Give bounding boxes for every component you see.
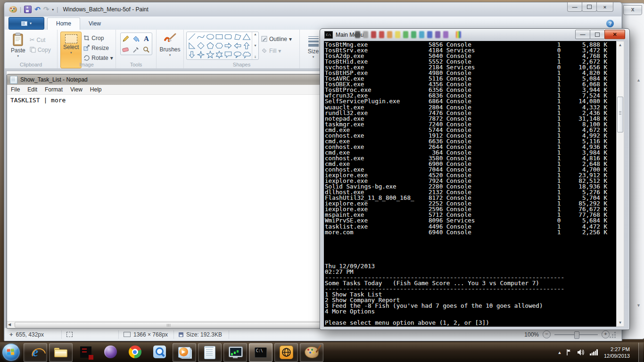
help-icon[interactable]: ? bbox=[606, 20, 614, 27]
shape-pentagon-icon[interactable] bbox=[206, 41, 215, 50]
size-icon bbox=[308, 36, 319, 47]
scroll-down-icon[interactable]: ▼ bbox=[636, 303, 641, 308]
globe-app-icon bbox=[280, 346, 293, 359]
scrollbar-thumb[interactable] bbox=[617, 97, 623, 132]
color-picker-icon[interactable] bbox=[132, 46, 140, 53]
taskbar-button-globe-app[interactable] bbox=[274, 343, 298, 362]
scroll-left-icon[interactable]: ◀ bbox=[8, 322, 11, 327]
notepad-window: Show_Task_List - Notepad FileEditFormatV… bbox=[7, 74, 323, 329]
shape-triangle-icon[interactable] bbox=[242, 33, 251, 41]
taskbar-button-dev-app[interactable] bbox=[74, 343, 97, 361]
notepad-app-icon bbox=[10, 76, 17, 84]
fill-bucket-icon[interactable] bbox=[132, 35, 140, 42]
scroll-up-icon[interactable]: ▲ bbox=[617, 41, 624, 49]
fill-icon bbox=[261, 48, 267, 54]
shape-star-6-icon[interactable] bbox=[215, 50, 223, 59]
taskbar-button-internet-explorer[interactable]: e bbox=[24, 343, 47, 362]
minimize-button[interactable]: — bbox=[575, 30, 590, 39]
menu-format[interactable]: Format bbox=[41, 86, 66, 93]
taskbar: e▶C:\ ▲ 2:27 PM 12/09/2013 bbox=[0, 342, 644, 362]
volume-icon[interactable] bbox=[577, 349, 586, 356]
shape-polygon-icon[interactable] bbox=[233, 33, 242, 41]
pencil-icon[interactable] bbox=[122, 35, 129, 42]
save-icon[interactable] bbox=[24, 6, 32, 13]
shape-rectangle-icon[interactable] bbox=[215, 33, 223, 41]
notepad-content[interactable]: TASKLIST | more bbox=[7, 95, 323, 321]
search-icon bbox=[153, 346, 166, 358]
paint-menu-button[interactable]: ▾ bbox=[8, 17, 44, 30]
zoom-slider-thumb[interactable] bbox=[574, 331, 579, 339]
taskbar-button-chrome[interactable] bbox=[124, 343, 146, 361]
magnifier-icon[interactable] bbox=[143, 46, 150, 53]
tab-view[interactable]: View bbox=[80, 18, 109, 30]
notepad-titlebar[interactable]: Show_Task_List - Notepad bbox=[7, 74, 323, 85]
paint-caption-buttons: — × bbox=[568, 2, 613, 12]
scroll-down-icon[interactable]: ▼ bbox=[617, 319, 624, 326]
scrollbar-thumb[interactable] bbox=[15, 322, 322, 328]
shape-callout-cloud-icon[interactable] bbox=[242, 50, 251, 59]
taskbar-button-media-player[interactable]: ▶ bbox=[173, 343, 196, 362]
taskbar-clock[interactable]: 2:27 PM 12/09/2013 bbox=[604, 346, 630, 359]
zoom-out-button[interactable]: − bbox=[543, 330, 551, 338]
resize-button[interactable]: Resize bbox=[83, 43, 113, 52]
size-button[interactable]: Size▾ bbox=[305, 33, 321, 60]
shape-ellipse-icon[interactable] bbox=[206, 33, 215, 41]
taskbar-button-eclipse[interactable] bbox=[99, 343, 122, 361]
undo-icon[interactable]: ↶ bbox=[34, 7, 41, 12]
shape-hexagon-icon[interactable] bbox=[215, 41, 223, 50]
rotate-button[interactable]: Rotate▾ bbox=[83, 53, 113, 62]
ribbon-group-brushes: Brushes▾ bbox=[157, 30, 184, 68]
tab-home[interactable]: Home bbox=[47, 17, 80, 30]
taskbar-button-command-prompt[interactable]: C:\ bbox=[249, 343, 272, 362]
action-center-flag-icon[interactable] bbox=[566, 349, 573, 356]
crop-button[interactable]: Crop bbox=[83, 33, 113, 42]
shapes-scrollbar[interactable]: ▲▼⇓ bbox=[252, 32, 258, 59]
show-desktop-button[interactable] bbox=[638, 343, 643, 362]
shape-star-5-icon[interactable] bbox=[206, 50, 215, 59]
shape-rounded-rectangle-icon[interactable] bbox=[224, 33, 232, 41]
taskbar-button-notepad[interactable] bbox=[198, 343, 222, 362]
zoom-in-button[interactable]: + bbox=[602, 330, 610, 338]
zoom-slider[interactable] bbox=[554, 334, 598, 335]
console-screen[interactable]: TosBtMng.exe 5856 Console 1 5,888 K TosB… bbox=[324, 41, 616, 327]
shape-star-4-icon[interactable] bbox=[197, 50, 205, 59]
shape-line-icon[interactable] bbox=[188, 33, 196, 41]
shape-arrow-up-icon[interactable] bbox=[242, 41, 251, 50]
maximize-button[interactable] bbox=[590, 30, 605, 39]
shape-arrow-right-icon[interactable] bbox=[224, 41, 232, 50]
text-tool-icon[interactable]: A bbox=[144, 35, 149, 43]
menu-view[interactable]: View bbox=[66, 86, 86, 93]
shape-right-triangle-icon[interactable] bbox=[188, 41, 196, 50]
maximize-button[interactable] bbox=[582, 2, 597, 12]
menu-file[interactable]: File bbox=[7, 86, 24, 93]
shape-callout-oval-icon[interactable] bbox=[233, 50, 242, 59]
console-titlebar[interactable]: C:\ Main Menu — ✕ bbox=[320, 29, 629, 41]
console-scrollbar[interactable]: ▲ ▼ bbox=[616, 41, 624, 327]
taskbar-button-task-manager[interactable] bbox=[223, 343, 247, 362]
console-caption-buttons: — ✕ bbox=[576, 30, 625, 39]
close-icon[interactable]: x bbox=[623, 5, 642, 15]
close-button[interactable]: ✕ bbox=[604, 30, 625, 39]
eraser-icon[interactable] bbox=[122, 47, 129, 52]
brushes-button[interactable]: Brushes▾ bbox=[157, 32, 182, 58]
taskbar-button-paint[interactable] bbox=[300, 343, 323, 362]
start-button[interactable] bbox=[2, 344, 20, 361]
show-hidden-icons[interactable]: ▲ bbox=[558, 350, 562, 355]
shape-arrow-down-icon[interactable] bbox=[188, 50, 196, 59]
shape-arrow-left-icon[interactable] bbox=[233, 41, 242, 50]
resize-grip[interactable] bbox=[614, 332, 616, 333]
shape-curve-icon[interactable] bbox=[197, 33, 205, 41]
taskbar-button-windows-explorer[interactable] bbox=[49, 343, 73, 362]
scroll-up-icon[interactable]: ▲ bbox=[636, 78, 641, 82]
close-button[interactable]: × bbox=[596, 2, 613, 12]
outline-button[interactable]: Outline▾ bbox=[261, 34, 292, 43]
taskbar-button-search[interactable] bbox=[148, 343, 171, 361]
menu-edit[interactable]: Edit bbox=[24, 86, 41, 93]
notepad-horizontal-scrollbar[interactable]: ◀ bbox=[7, 321, 323, 328]
shape-diamond-icon[interactable] bbox=[197, 41, 205, 50]
network-icon[interactable] bbox=[590, 349, 598, 355]
shape-callout-rect-icon[interactable] bbox=[224, 50, 232, 59]
qat-dropdown-icon[interactable]: ▾ bbox=[52, 8, 54, 12]
menu-help[interactable]: Help bbox=[86, 86, 106, 93]
minimize-button[interactable]: — bbox=[567, 2, 582, 12]
